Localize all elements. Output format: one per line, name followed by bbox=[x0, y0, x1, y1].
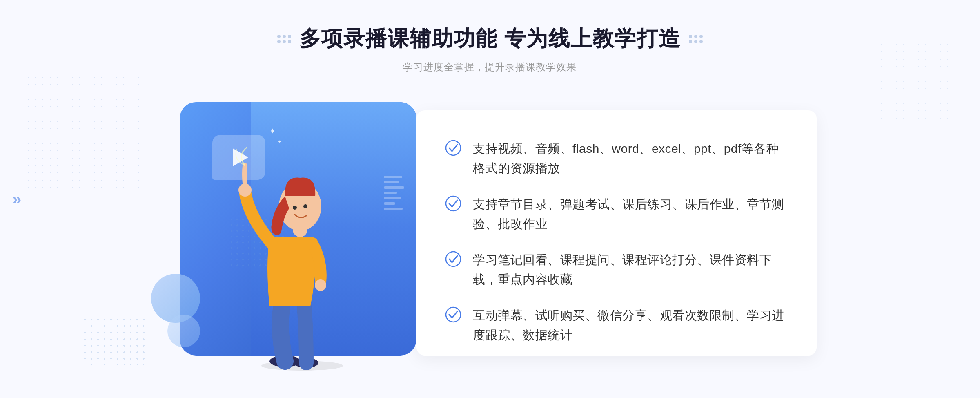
title-row: 多项录播课辅助功能 专为线上教学打造 bbox=[277, 25, 703, 53]
check-icon-1 bbox=[445, 140, 461, 156]
page-subtitle: 学习进度全掌握，提升录播课教学效果 bbox=[277, 60, 703, 74]
main-content: ✦ ✦ bbox=[163, 86, 817, 372]
check-icon-2 bbox=[445, 195, 461, 212]
title-right-dots bbox=[689, 35, 703, 43]
page-container: » 多项录播课辅助功能 专为线上教学打造 学习进度全掌握，提升录播课教学效果 bbox=[0, 0, 980, 398]
dots-pattern-left bbox=[24, 74, 139, 188]
header-section: 多项录播课辅助功能 专为线上教学打造 学习进度全掌握，提升录播课教学效果 bbox=[277, 0, 703, 86]
svg-point-10 bbox=[446, 196, 461, 211]
svg-point-9 bbox=[446, 141, 461, 155]
features-card: 支持视频、音频、flash、word、excel、ppt、pdf等各种格式的资源… bbox=[416, 110, 817, 356]
stripes-decoration bbox=[384, 176, 404, 212]
illustration-area: ✦ ✦ bbox=[163, 86, 441, 372]
feature-text-1: 支持视频、音频、flash、word、excel、ppt、pdf等各种格式的资源… bbox=[473, 139, 788, 178]
title-left-dots bbox=[277, 35, 291, 43]
dots-pattern-bottom-left bbox=[82, 316, 147, 365]
person-illustration bbox=[225, 135, 380, 372]
svg-point-11 bbox=[446, 252, 461, 266]
chevron-double-icon: » bbox=[12, 190, 21, 208]
check-icon-3 bbox=[445, 251, 461, 267]
feature-item-1: 支持视频、音频、flash、word、excel、ppt、pdf等各种格式的资源… bbox=[445, 131, 788, 186]
svg-point-12 bbox=[446, 307, 461, 322]
svg-point-6 bbox=[303, 204, 307, 208]
feature-text-2: 支持章节目录、弹题考试、课后练习、课后作业、章节测验、批改作业 bbox=[473, 195, 788, 234]
svg-point-5 bbox=[293, 206, 297, 210]
check-icon-4 bbox=[445, 306, 461, 323]
svg-point-8 bbox=[315, 279, 326, 291]
feature-item-3: 学习笔记回看、课程提问、课程评论打分、课件资料下载，重点内容收藏 bbox=[445, 242, 788, 297]
feature-item-4: 互动弹幕、试听购买、微信分享、观看次数限制、学习进度跟踪、数据统计 bbox=[445, 297, 788, 353]
deco-circle-large bbox=[151, 274, 200, 323]
sparkle-icon-1: ✦ bbox=[270, 127, 276, 136]
deco-circle-small bbox=[167, 315, 200, 347]
feature-text-3: 学习笔记回看、课程提问、课程评论打分、课件资料下载，重点内容收藏 bbox=[473, 250, 788, 289]
feature-item-2: 支持章节目录、弹题考试、课后练习、课后作业、章节测验、批改作业 bbox=[445, 186, 788, 242]
feature-text-4: 互动弹幕、试听购买、微信分享、观看次数限制、学习进度跟踪、数据统计 bbox=[473, 306, 788, 345]
dots-pattern-right bbox=[878, 41, 960, 123]
left-chevron-decoration: » bbox=[12, 190, 21, 208]
page-title: 多项录播课辅助功能 专为线上教学打造 bbox=[299, 25, 681, 53]
